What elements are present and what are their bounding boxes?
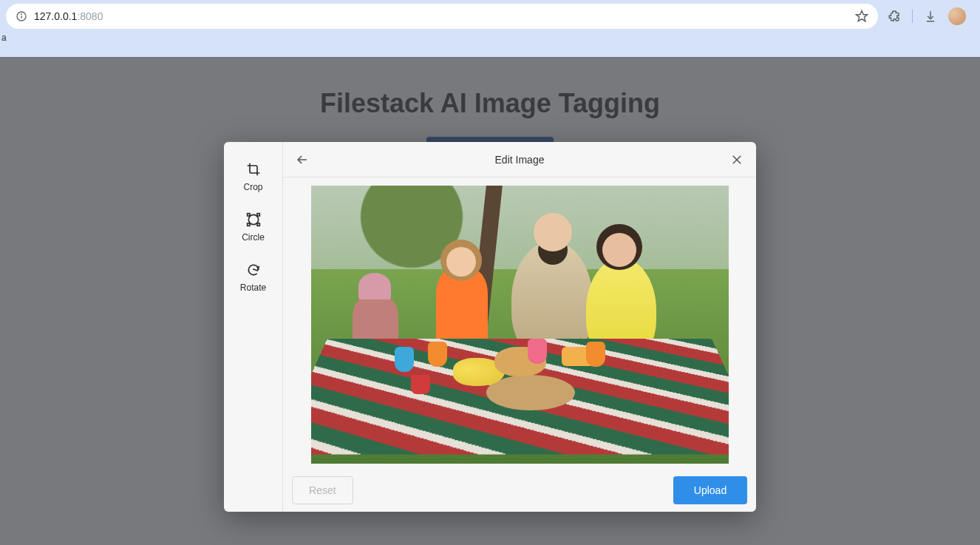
- url-port: :8080: [77, 10, 103, 22]
- download-icon[interactable]: [923, 9, 938, 24]
- reset-button[interactable]: Reset: [292, 476, 353, 504]
- edit-image-modal: Crop Circle: [224, 142, 756, 512]
- modal-title: Edit Image: [283, 154, 756, 166]
- svg-rect-5: [247, 214, 249, 216]
- tool-circle-label: Circle: [242, 232, 265, 243]
- page: Filestack AI Image Tagging Crop: [0, 57, 980, 545]
- modal-header: Edit Image: [283, 142, 756, 177]
- modal-main: Edit Image: [283, 142, 756, 512]
- tool-sidebar: Crop Circle: [224, 142, 283, 512]
- extensions-icon[interactable]: [887, 9, 902, 24]
- svg-rect-6: [257, 214, 259, 216]
- browser-sub-bar: a: [0, 33, 980, 57]
- tool-crop[interactable]: Crop: [224, 152, 282, 203]
- close-button[interactable]: [727, 149, 747, 170]
- info-icon[interactable]: [15, 10, 28, 23]
- svg-marker-3: [857, 11, 868, 21]
- modal-overlay: Crop Circle: [0, 57, 980, 545]
- circle-icon: [245, 211, 262, 228]
- browser-toolbar: 127.0.0.1:8080: [0, 0, 980, 33]
- tool-circle[interactable]: Circle: [224, 203, 282, 253]
- crop-icon: [245, 161, 262, 177]
- svg-point-2: [21, 14, 22, 15]
- toolbar-right: [887, 7, 972, 25]
- toolbar-divider: [912, 10, 913, 23]
- svg-rect-8: [257, 223, 259, 226]
- back-button[interactable]: [292, 149, 313, 170]
- tool-crop-label: Crop: [243, 182, 262, 192]
- rotate-icon: [245, 262, 262, 278]
- tool-rotate[interactable]: Rotate: [224, 253, 282, 303]
- url-bar[interactable]: 127.0.0.1:8080: [6, 4, 878, 29]
- canvas-area: [283, 177, 756, 469]
- upload-button[interactable]: Upload: [673, 476, 747, 504]
- modal-footer: Reset Upload: [283, 469, 756, 512]
- tool-rotate-label: Rotate: [240, 282, 266, 293]
- sub-bar-text: a: [1, 33, 7, 43]
- profile-avatar[interactable]: [948, 7, 966, 25]
- bookmark-star-icon[interactable]: [854, 9, 869, 24]
- svg-rect-7: [247, 223, 249, 226]
- url-host: 127.0.0.1: [34, 10, 77, 22]
- image-preview[interactable]: [311, 186, 729, 464]
- url-text: 127.0.0.1:8080: [34, 10, 103, 22]
